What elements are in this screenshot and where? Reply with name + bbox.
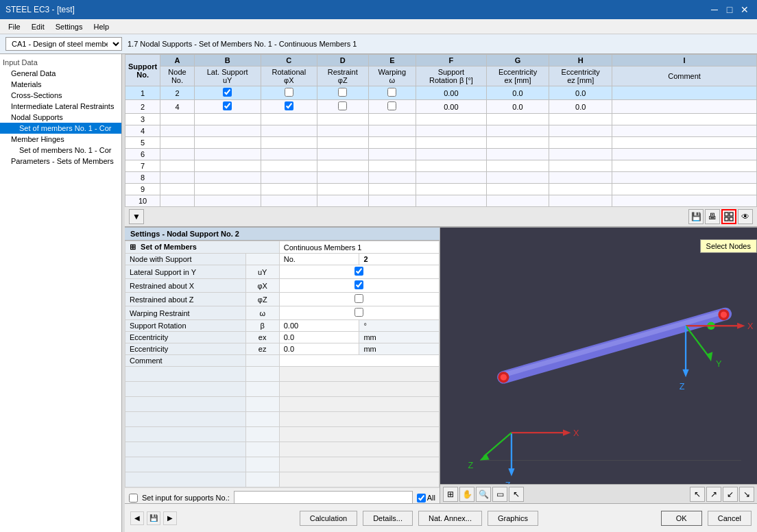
support-rot-value[interactable]: 0.00 <box>279 320 359 332</box>
comment-cell[interactable] <box>612 86 757 100</box>
module-select[interactable]: CA1 - Design of steel members <box>5 37 122 51</box>
node-cell[interactable] <box>160 125 195 137</box>
sidebar-item-set-members-1[interactable]: Set of members No. 1 - Cor <box>0 123 121 134</box>
ex-cell[interactable] <box>486 160 549 172</box>
table-row[interactable]: 8 <box>125 172 757 184</box>
toolbar-print-btn[interactable]: 🖶 <box>705 209 720 224</box>
node-cell[interactable] <box>160 160 195 172</box>
ex-cell[interactable] <box>486 195 549 207</box>
support-rot-cell[interactable] <box>416 195 487 207</box>
support-rot-cell[interactable] <box>416 149 487 160</box>
comment-cell[interactable] <box>612 114 757 125</box>
set-members-expand[interactable]: ⊞ <box>130 243 136 251</box>
warping-checkbox[interactable] <box>387 88 396 97</box>
warping-checkbox[interactable] <box>355 308 363 317</box>
table-row[interactable]: 3 <box>125 114 757 125</box>
rotX-checkbox[interactable] <box>285 88 293 97</box>
ex-value[interactable]: 0.0 <box>279 332 359 343</box>
ez-cell[interactable] <box>549 172 612 184</box>
ok-button[interactable]: OK <box>661 511 702 526</box>
sidebar-item-member-hinges[interactable]: Member Hinges <box>0 134 121 145</box>
ez-cell[interactable] <box>549 125 612 137</box>
ex-cell[interactable] <box>486 184 549 195</box>
graphics-tool1[interactable]: ↖ <box>690 487 705 502</box>
support-rot-cell[interactable] <box>416 160 487 172</box>
sidebar-item-set-members-2[interactable]: Set of members No. 1 - Cor <box>0 145 121 156</box>
toolbar-export-btn[interactable]: 💾 <box>688 209 704 224</box>
graphics-tool3[interactable]: ↙ <box>723 487 738 502</box>
ez-cell[interactable] <box>549 160 612 172</box>
cancel-button[interactable]: Cancel <box>708 511 752 526</box>
table-row[interactable]: 120.000.00.0 <box>125 86 757 100</box>
nav-back-btn[interactable]: ◀ <box>130 511 144 525</box>
graphics-select-rect[interactable]: ▭ <box>492 487 507 502</box>
node-cell[interactable] <box>160 149 195 160</box>
sidebar-item-general[interactable]: General Data <box>0 68 121 79</box>
support-rot-cell[interactable] <box>416 184 487 195</box>
table-row[interactable]: 240.000.00.0 <box>125 100 757 114</box>
ex-cell[interactable] <box>486 149 549 160</box>
menu-file[interactable]: File <box>3 21 26 32</box>
ez-cell[interactable] <box>549 195 612 207</box>
ez-cell[interactable] <box>549 149 612 160</box>
node-cell[interactable] <box>160 114 195 125</box>
ex-cell[interactable]: 0.0 <box>486 100 549 114</box>
ex-cell[interactable]: 0.0 <box>486 86 549 100</box>
comment-cell[interactable] <box>612 149 757 160</box>
menu-settings[interactable]: Settings <box>50 21 88 32</box>
node-cell[interactable] <box>160 137 195 149</box>
toolbar-eye-btn[interactable]: 👁 <box>738 209 753 224</box>
toolbar-filter-btn[interactable]: ▼ <box>129 209 144 224</box>
latSupport-checkbox[interactable] <box>223 101 232 110</box>
graphics-tool2[interactable]: ↗ <box>706 487 721 502</box>
comment-value[interactable] <box>279 355 439 367</box>
nav-forward-btn[interactable]: ▶ <box>163 511 177 525</box>
menu-help[interactable]: Help <box>88 21 115 32</box>
maximize-button[interactable]: □ <box>723 3 736 16</box>
ez-cell[interactable] <box>549 137 612 149</box>
rot-x-checkbox[interactable] <box>355 280 363 289</box>
ex-cell[interactable] <box>486 172 549 184</box>
support-rot-cell[interactable]: 0.00 <box>416 100 487 114</box>
graphics-tool4[interactable]: ↘ <box>739 487 754 502</box>
sidebar-item-cross-sections[interactable]: Cross-Sections <box>0 90 121 101</box>
table-row[interactable]: 9 <box>125 184 757 195</box>
minimize-button[interactable]: ─ <box>708 3 721 16</box>
ex-cell[interactable] <box>486 137 549 149</box>
menu-edit[interactable]: Edit <box>26 21 50 32</box>
node-cell[interactable] <box>160 172 195 184</box>
sidebar-item-lateral-restraints[interactable]: Intermediate Lateral Restraints <box>0 101 121 112</box>
sidebar-item-materials[interactable]: Materials <box>0 79 121 90</box>
sidebar-item-parameters[interactable]: Parameters - Sets of Members <box>0 156 121 167</box>
comment-cell[interactable] <box>612 125 757 137</box>
rot-z-checkbox[interactable] <box>355 294 363 303</box>
comment-cell[interactable] <box>612 195 757 207</box>
table-row[interactable]: 4 <box>125 125 757 137</box>
graphics-zoom[interactable]: 🔍 <box>476 487 491 502</box>
node-cell[interactable]: 2 <box>160 86 195 100</box>
nav-save-btn[interactable]: 💾 <box>147 511 160 525</box>
close-button[interactable]: ✕ <box>738 3 752 16</box>
support-rot-cell[interactable] <box>416 114 487 125</box>
table-row[interactable]: 5 <box>125 137 757 149</box>
warping-checkbox[interactable] <box>387 101 396 110</box>
ex-cell[interactable] <box>486 114 549 125</box>
graphics-zoom-fit[interactable]: ⊞ <box>443 487 458 502</box>
ez-cell[interactable] <box>549 184 612 195</box>
graphics-button[interactable]: Graphics <box>488 511 538 526</box>
support-rot-cell[interactable]: 0.00 <box>416 86 487 100</box>
support-rot-cell[interactable] <box>416 137 487 149</box>
sidebar-item-nodal-supports[interactable]: Nodal Supports <box>0 112 121 123</box>
rotZ-checkbox[interactable] <box>338 101 347 110</box>
rotZ-checkbox[interactable] <box>338 88 347 97</box>
all-checkbox[interactable] <box>417 494 426 503</box>
table-row[interactable]: 10 <box>125 195 757 207</box>
nat-annex-button[interactable]: Nat. Annex... <box>418 511 482 526</box>
comment-cell[interactable] <box>612 172 757 184</box>
node-cell[interactable] <box>160 184 195 195</box>
ez-cell[interactable]: 0.0 <box>549 86 612 100</box>
node-cell[interactable]: 4 <box>160 100 195 114</box>
graphics-pan[interactable]: ✋ <box>459 487 474 502</box>
rotX-checkbox[interactable] <box>285 101 293 110</box>
details-button[interactable]: Details... <box>363 511 413 526</box>
